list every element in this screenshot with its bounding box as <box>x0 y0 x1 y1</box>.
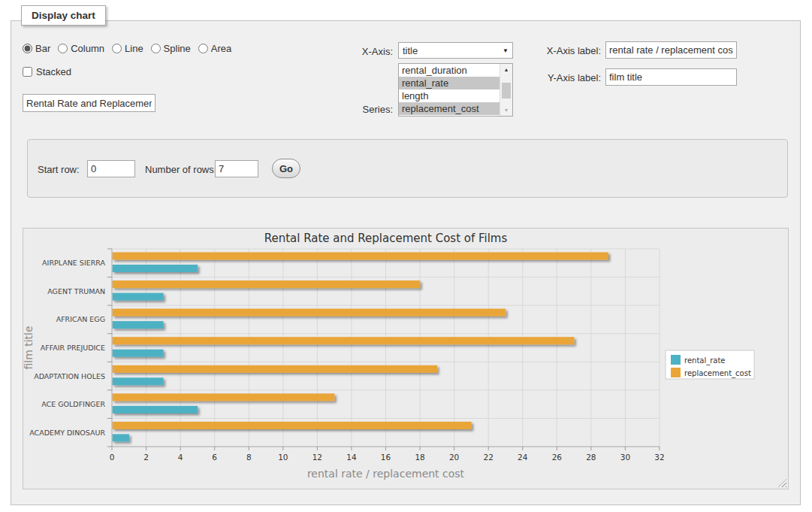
x-tick-label: 10 <box>278 453 288 462</box>
bar-replacement_cost <box>113 253 608 260</box>
row-range-panel <box>27 139 788 198</box>
x-axis-select-value: title <box>403 45 418 56</box>
category-label: ACE GOLDFINGER <box>41 400 105 408</box>
stacked-option[interactable]: Stacked <box>23 66 71 77</box>
series-listbox-items: rental_durationrental_ratelengthreplacem… <box>399 64 500 116</box>
chart-type-option-spline[interactable]: Spline <box>151 43 191 54</box>
radio-spline[interactable] <box>151 44 161 53</box>
stacked-label: Stacked <box>36 66 71 77</box>
x-axis-label-input[interactable] <box>605 41 737 59</box>
legend-label: replacement_cost <box>684 369 751 378</box>
x-tick-label: 6 <box>212 453 217 462</box>
start-row-label: Start row: <box>38 164 80 175</box>
scroll-up-icon[interactable]: ▲ <box>500 64 512 75</box>
chevron-down-icon: ▼ <box>503 47 509 54</box>
x-tick-label: 4 <box>178 453 183 462</box>
go-button[interactable]: Go <box>272 159 300 178</box>
series-listbox-label: Series: <box>323 104 393 115</box>
x-tick-label: 0 <box>110 453 115 462</box>
chart-type-option-column[interactable]: Column <box>58 43 104 54</box>
stacked-checkbox[interactable] <box>23 67 32 77</box>
x-tick-label: 16 <box>381 453 391 462</box>
x-axis-select[interactable]: title ▼ <box>398 42 513 59</box>
scroll-down-icon[interactable]: ▼ <box>500 105 512 116</box>
bar-rental_rate <box>113 350 164 357</box>
legend-label: rental_rate <box>684 356 726 365</box>
radio-label: Spline <box>164 43 191 54</box>
chart-type-option-line[interactable]: Line <box>112 43 143 54</box>
x-tick-label: 2 <box>143 453 149 462</box>
chart-container: 02468101214161820222426283032AIRPLANE SI… <box>23 228 789 489</box>
bar-replacement_cost <box>113 393 335 401</box>
chart-type-option-bar[interactable]: Bar <box>23 43 50 54</box>
x-axis-select-label: X-Axis: <box>323 46 393 57</box>
x-axis-title: rental rate / replacement cost <box>307 468 465 480</box>
x-tick-label: 14 <box>346 453 357 462</box>
x-tick-label: 28 <box>586 453 596 462</box>
chart-legend: rental_ratereplacement_cost <box>666 350 754 379</box>
series-listbox[interactable]: rental_durationrental_ratelengthreplacem… <box>398 63 513 117</box>
bar-replacement_cost <box>113 309 506 317</box>
radio-label: Bar <box>35 43 50 54</box>
bar-replacement_cost <box>113 365 438 373</box>
y-axis-label-label: Y-Axis label: <box>517 72 601 83</box>
category-label: ACADEMY DINOSAUR <box>29 429 105 437</box>
number-of-rows-label: Number of rows: <box>145 164 216 175</box>
number-of-rows-input[interactable] <box>215 160 258 177</box>
x-tick-label: 24 <box>518 453 528 462</box>
radio-line[interactable] <box>112 44 122 53</box>
y-axis-title: film title <box>23 326 35 369</box>
radio-label: Line <box>125 43 143 54</box>
x-tick-label: 26 <box>552 453 563 462</box>
bar-rental_rate <box>113 265 198 272</box>
bar-replacement_cost <box>113 422 472 429</box>
chart-bars <box>113 253 608 442</box>
radio-column[interactable] <box>58 44 68 53</box>
bar-replacement_cost <box>113 337 575 344</box>
x-tick-label: 32 <box>654 453 664 462</box>
category-label: AFRICAN EGG <box>56 315 105 323</box>
bar-rental_rate <box>113 406 198 414</box>
radio-label: Area <box>211 43 231 54</box>
x-tick-label: 20 <box>449 453 459 462</box>
series-listbox-scrollbar[interactable]: ▲ ▼ <box>500 64 512 116</box>
category-label: AFFAIR PREJUDICE <box>41 344 105 352</box>
category-label: AGENT TRUMAN <box>47 287 105 295</box>
series-option-rental_rate[interactable]: rental_rate <box>399 77 500 89</box>
x-tick-label: 22 <box>484 453 494 462</box>
x-axis-label-label: X-Axis label: <box>517 45 601 56</box>
display-chart-page: Display chart BarColumnLineSplineArea St… <box>0 0 812 512</box>
radio-area[interactable] <box>198 44 208 53</box>
category-label: ADAPTATION HOLES <box>34 372 105 380</box>
x-tick-label: 30 <box>620 453 630 462</box>
radio-bar[interactable] <box>23 44 32 53</box>
category-label: AIRPLANE SIERRA <box>42 259 105 267</box>
radio-label: Column <box>71 43 104 54</box>
fieldset-legend-title: Display chart <box>32 10 95 21</box>
x-tick-label: 12 <box>312 453 322 462</box>
bar-rental_rate <box>113 293 164 301</box>
bar-replacement_cost <box>113 280 421 288</box>
bar-rental_rate <box>113 321 164 329</box>
legend-swatch-replacement_cost <box>671 368 681 377</box>
series-option-replacement_cost[interactable]: replacement_cost <box>399 102 500 115</box>
series-option-length[interactable]: length <box>399 89 500 102</box>
chart-title-input[interactable] <box>23 94 155 112</box>
bar-chart: 02468101214161820222426283032AIRPLANE SI… <box>23 229 788 489</box>
chart-type-option-area[interactable]: Area <box>198 43 231 54</box>
chart-gridlines <box>112 249 660 447</box>
bar-rental_rate <box>113 434 130 441</box>
fieldset-legend: Display chart <box>21 5 106 26</box>
chart-type-radiogroup: BarColumnLineSplineArea <box>23 43 231 54</box>
chart-titles: Rental Rate and Replacement Cost of Film… <box>23 232 507 480</box>
bar-rental_rate <box>113 377 164 385</box>
series-option-rental_duration[interactable]: rental_duration <box>399 64 500 77</box>
x-tick-label: 8 <box>246 453 252 462</box>
y-axis-label-input[interactable] <box>605 68 737 86</box>
scrollbar-thumb[interactable] <box>502 83 511 98</box>
legend-swatch-rental_rate <box>671 355 681 365</box>
x-tick-label: 18 <box>415 453 424 462</box>
start-row-input[interactable] <box>87 160 135 177</box>
chart-title: Rental Rate and Replacement Cost of Film… <box>264 232 508 245</box>
